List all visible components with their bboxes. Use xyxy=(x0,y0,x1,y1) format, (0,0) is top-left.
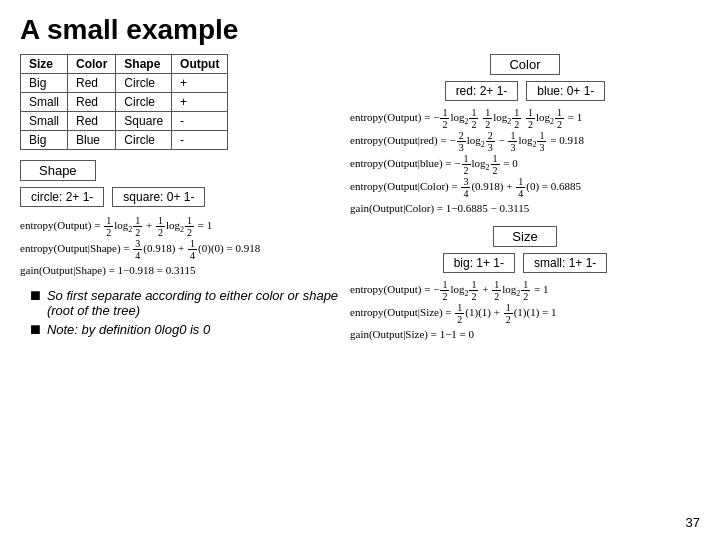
data-table: Size Color Shape Output BigRedCircle+Sma… xyxy=(20,54,228,150)
col-shape: Shape xyxy=(116,55,172,74)
table-cell: Small xyxy=(21,93,68,112)
size-section: Size big: 1+ 1- small: 1+ 1- entropy(Out… xyxy=(350,226,700,344)
note-1-text: So first separate according to either co… xyxy=(47,288,340,318)
color-formula-5: gain(Output|Color) = 1−0.6885 − 0.3115 xyxy=(350,199,700,218)
color-formula-3: entropy(Output|blue) = −12log212 = 0 xyxy=(350,153,700,176)
table-cell: - xyxy=(172,131,228,150)
formula-gain-shape: gain(Output|Shape) = 1−0.918 = 0.3115 xyxy=(20,261,340,280)
color-section: Color red: 2+ 1- blue: 0+ 1- entropy(Out… xyxy=(350,54,700,218)
big-node: big: 1+ 1- xyxy=(443,253,515,273)
color-label: Color xyxy=(490,54,559,75)
note-2-text: Note: by definition 0log0 is 0 xyxy=(47,322,210,337)
left-column: Size Color Shape Output BigRedCircle+Sma… xyxy=(20,54,340,345)
table-cell: + xyxy=(172,74,228,93)
size-label: Size xyxy=(493,226,556,247)
shape-box-label: Shape xyxy=(20,160,96,181)
size-formula-1: entropy(Output) = −12log212 + 12log212 =… xyxy=(350,279,700,302)
table-row: BigBlueCircle- xyxy=(21,131,228,150)
color-formula-1: entropy(Output) = −12log212 12log212 12l… xyxy=(350,107,700,130)
table-row: SmallRedCircle+ xyxy=(21,93,228,112)
shape-section: Shape circle: 2+ 1- square: 0+ 1- entrop… xyxy=(20,160,340,280)
table-row: SmallRedSquare- xyxy=(21,112,228,131)
right-formula-color: entropy(Output) = −12log212 12log212 12l… xyxy=(350,107,700,218)
right-column: Color red: 2+ 1- blue: 0+ 1- entropy(Out… xyxy=(350,54,700,345)
table-cell: Circle xyxy=(116,74,172,93)
table-cell: Circle xyxy=(116,93,172,112)
table-cell: Red xyxy=(68,112,116,131)
blue-node: blue: 0+ 1- xyxy=(526,81,605,101)
col-color: Color xyxy=(68,55,116,74)
left-formula-block: entropy(Output) = 12log212 + 12log212 = … xyxy=(20,215,340,280)
color-formula-4: entropy(Output|Color) = 34(0.918) + 14(0… xyxy=(350,176,700,199)
page-number: 37 xyxy=(686,515,700,530)
table-cell: Red xyxy=(68,74,116,93)
table-cell: Square xyxy=(116,112,172,131)
color-nodes: red: 2+ 1- blue: 0+ 1- xyxy=(350,81,700,101)
size-nodes: big: 1+ 1- small: 1+ 1- xyxy=(350,253,700,273)
table-cell: Small xyxy=(21,112,68,131)
page-title: A small example xyxy=(0,0,720,54)
size-formula-3: gain(Output|Size) = 1−1 = 0 xyxy=(350,325,700,344)
table-cell: Big xyxy=(21,131,68,150)
note-2: ■ Note: by definition 0log0 is 0 xyxy=(30,322,340,338)
table-cell: Big xyxy=(21,74,68,93)
note-1: ■ So first separate according to either … xyxy=(30,288,340,318)
right-formula-size: entropy(Output) = −12log212 + 12log212 =… xyxy=(350,279,700,344)
col-output: Output xyxy=(172,55,228,74)
table-cell: + xyxy=(172,93,228,112)
table-row: BigRedCircle+ xyxy=(21,74,228,93)
notes-section: ■ So first separate according to either … xyxy=(20,288,340,338)
red-node: red: 2+ 1- xyxy=(445,81,519,101)
shape-nodes: circle: 2+ 1- square: 0+ 1- xyxy=(20,187,340,207)
table-cell: Red xyxy=(68,93,116,112)
size-formula-2: entropy(Output|Size) = 12(1)(1) + 12(1)(… xyxy=(350,302,700,325)
small-node: small: 1+ 1- xyxy=(523,253,607,273)
bullet-2: ■ xyxy=(30,320,41,338)
circle-node: circle: 2+ 1- xyxy=(20,187,104,207)
bullet-1: ■ xyxy=(30,286,41,304)
table-cell: Blue xyxy=(68,131,116,150)
formula-entropy-shape: entropy(Output|Shape) = 34(0.918) + 14(0… xyxy=(20,238,340,261)
square-node: square: 0+ 1- xyxy=(112,187,205,207)
table-cell: - xyxy=(172,112,228,131)
color-formula-2: entropy(Output|red) = −23log223 − 13log2… xyxy=(350,130,700,153)
table-cell: Circle xyxy=(116,131,172,150)
col-size: Size xyxy=(21,55,68,74)
formula-entropy-output: entropy(Output) = 12log212 + 12log212 = … xyxy=(20,215,340,238)
